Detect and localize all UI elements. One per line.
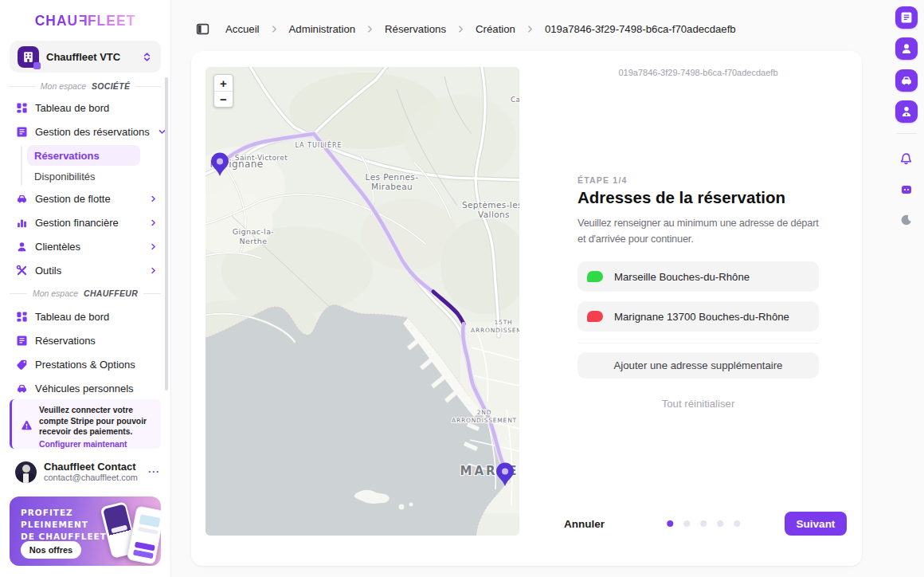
sidebar-toggle-icon[interactable] [196, 22, 209, 36]
right-rail [888, 0, 924, 577]
book-icon [900, 11, 913, 24]
cancel-button[interactable]: Annuler [564, 518, 605, 530]
pagination-dots [667, 520, 740, 527]
sidebar-scrollbar[interactable] [165, 77, 168, 391]
section-societe: Mon espaceSOCIÉTÉ [10, 80, 161, 92]
chevron-right-icon [526, 25, 534, 33]
add-address-button[interactable]: Ajouter une adresse supplémentaire [578, 352, 819, 379]
svg-text:Les Pennes-: Les Pennes- [366, 172, 419, 182]
phone-mockup-light [127, 505, 161, 565]
reservation-reference: 019a7846-3f29-7498-b6ca-f70adecdaefb [578, 68, 819, 77]
reservation-card: LA TUILIÈRE Saint-Victoret Marignane Les… [191, 51, 862, 566]
page-title: Adresses de la réservation [578, 188, 785, 207]
wizard-panel: 019a7846-3f29-7498-b6ca-f70adecdaefb ÉTA… [564, 67, 847, 536]
car-icon [900, 74, 913, 87]
svg-text:ARRONDISSEMENT: ARRONDISSEMENT [471, 327, 519, 334]
bar-chart-icon [16, 217, 28, 229]
chevron-right-icon [148, 265, 159, 276]
zoom-out-button[interactable]: − [214, 91, 233, 107]
sidebar-item-gestion-flotte[interactable]: Gestion de flotte [0, 186, 170, 210]
sidebar-item-outils[interactable]: Outils [0, 258, 170, 282]
svg-text:ARRONDISSEMENT: ARRONDISSEMENT [452, 417, 517, 424]
chevron-right-icon [366, 25, 374, 33]
wizard-footer: Annuler Suivant [564, 512, 847, 536]
map[interactable]: LA TUILIÈRE Saint-Victoret Marignane Les… [206, 67, 519, 536]
sidebar-item-gestion-financiere[interactable]: Gestion financière [0, 210, 170, 234]
breadcrumb-administration[interactable]: Administration [289, 23, 356, 35]
user-options-icon[interactable]: ··· [148, 466, 160, 477]
car-icon [16, 193, 28, 205]
rail-drivers-button[interactable] [895, 100, 918, 123]
svg-text:Nerthe: Nerthe [240, 237, 268, 245]
breadcrumb-creation[interactable]: Création [476, 23, 515, 35]
chevron-right-icon [148, 218, 159, 228]
step-label: ÉTAPE 1/4 [578, 175, 628, 185]
chat-icon[interactable] [900, 183, 913, 196]
divider [578, 343, 819, 343]
app-logo[interactable]: CHAUFFLEET [0, 13, 170, 29]
workspace-selector[interactable]: Chauffleet VTC [10, 41, 161, 73]
page-subtitle: Veuillez renseigner au minimum une adres… [578, 215, 823, 246]
rail-divider [896, 133, 917, 134]
svg-text:2ND: 2ND [477, 409, 492, 416]
book-icon [16, 126, 28, 138]
workspace-name: Chauffleet VTC [46, 51, 134, 63]
sidebar-item-dashboard-chauffeur[interactable]: Tableau de bord [0, 304, 170, 328]
chevron-right-icon [148, 194, 159, 204]
building-icon [18, 46, 39, 68]
sidebar-item-gestion-reservations[interactable]: Gestion des réservations [0, 120, 170, 143]
rail-clients-button[interactable] [895, 37, 918, 60]
sidebar-item-disponibilites[interactable]: Disponibilités [34, 167, 96, 186]
sidebar-item-reservations-chauffeur[interactable]: Réservations [0, 328, 170, 352]
map-zoom-control: + − [213, 74, 233, 108]
warning-icon [21, 419, 33, 431]
book-icon [16, 335, 28, 347]
section-chauffeur: Mon espaceCHAUFFEUR [10, 287, 161, 300]
chevron-right-icon [148, 241, 159, 252]
breadcrumb-reservations[interactable]: Réservations [385, 23, 446, 35]
rail-reservations-button[interactable] [895, 6, 918, 29]
sidebar: CHAUFFLEET Chauffleet VTC Mon espaceSOCI… [0, 0, 171, 577]
dot-active [667, 520, 673, 527]
depart-pin-icon [587, 271, 603, 282]
user-menu[interactable]: Chauffleet Contact contact@chauffleet.co… [0, 461, 171, 483]
next-button[interactable]: Suivant [785, 512, 847, 536]
offers-button[interactable]: Nos offres [21, 541, 81, 559]
svg-text:Septèmes-les-: Septèmes-les- [462, 200, 519, 210]
driver-icon [900, 105, 913, 118]
chevron-right-icon [456, 25, 465, 33]
sidebar-item-dashboard[interactable]: Tableau de bord [0, 96, 170, 120]
sidebar-item-clienteles[interactable]: Clientèles [0, 234, 170, 258]
sidebar-item-vehicules[interactable]: Véhicules personnels [0, 376, 170, 400]
sidebar-item-reservations-active[interactable]: Réservations [27, 145, 140, 166]
car-icon [16, 383, 28, 394]
svg-text:Gignac-la-: Gignac-la- [233, 227, 274, 236]
zoom-in-button[interactable]: + [214, 75, 233, 91]
rail-vehicles-button[interactable] [895, 69, 918, 92]
address-item-depart[interactable]: Marseille Bouches-du-Rhône [578, 261, 819, 292]
chevron-right-icon [270, 25, 279, 33]
person-icon [16, 241, 28, 253]
person-icon [900, 42, 913, 55]
arrivee-pin-icon [587, 311, 603, 322]
breadcrumb-uuid[interactable]: 019a7846-3f29-7498-b6ca-f70adecdaefb [545, 23, 736, 35]
address-item-arrivee[interactable]: Marignane 13700 Bouches-du-Rhône [578, 301, 819, 332]
svg-text:LA TUILIÈRE: LA TUILIÈRE [295, 140, 342, 149]
stripe-notice: Veuillez connecter votre compte Stripe p… [10, 399, 161, 449]
sidebar-item-prestations[interactable]: Prestations & Options [0, 352, 170, 376]
dark-mode-moon-icon[interactable] [900, 214, 913, 226]
svg-text:15TH: 15TH [495, 319, 513, 326]
tag-icon [16, 359, 28, 371]
breadcrumb-accueil[interactable]: Accueil [225, 23, 260, 35]
subnav-guide-line [21, 146, 22, 186]
promo-banner[interactable]: PROFITEZPLEINEMENTDE CHAUFFLEET Nos offr… [10, 497, 161, 566]
svg-text:Mirabeau: Mirabeau [371, 182, 413, 191]
dashboard-icon [16, 311, 28, 323]
configure-stripe-link[interactable]: Configurer maintenant [39, 439, 158, 450]
notifications-bell-icon[interactable] [899, 152, 913, 166]
svg-text:Ca: Ca [511, 96, 519, 104]
reset-all-link[interactable]: Tout réinitialiser [578, 398, 819, 410]
svg-text:Vallons: Vallons [478, 210, 510, 219]
dashboard-icon [16, 102, 28, 114]
tools-icon [16, 265, 28, 277]
